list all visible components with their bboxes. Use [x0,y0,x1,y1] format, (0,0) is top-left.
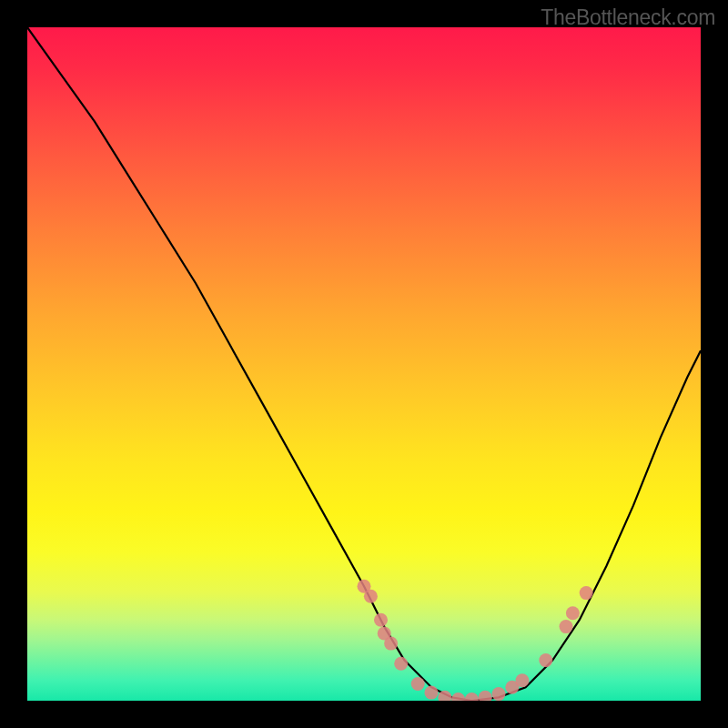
watermark-text: TheBottleneck.com [541,5,715,30]
bottleneck-curve [27,27,701,701]
data-point [451,693,465,701]
data-point [479,691,492,701]
data-point [425,686,439,700]
data-point [492,687,506,701]
data-point [539,653,552,667]
data-point [364,590,378,603]
data-point [566,606,580,620]
chart-svg [27,27,701,701]
data-point [465,693,479,701]
data-point [374,613,388,627]
data-point [384,637,398,651]
data-point [560,620,573,633]
data-point [580,586,593,600]
data-point [411,677,425,691]
data-points-group [358,580,593,701]
data-point [515,673,529,687]
data-point [394,657,408,671]
plot-area [27,27,701,701]
